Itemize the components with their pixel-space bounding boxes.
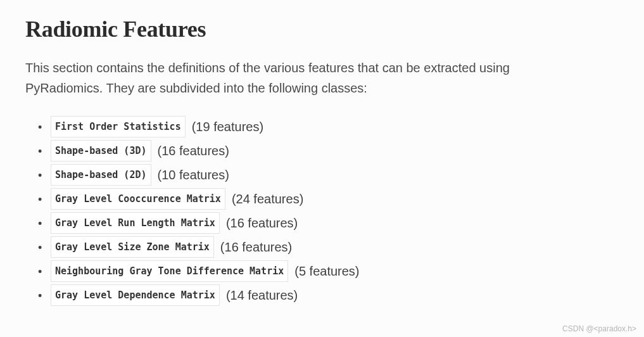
feature-count: (19 features) [192,117,263,137]
feature-name-code: Gray Level Dependence Matrix [51,284,220,306]
list-item: Gray Level Dependence Matrix (14 feature… [51,284,619,306]
list-item: Gray Level Run Length Matrix (16 feature… [51,212,619,234]
feature-count: (24 features) [232,189,303,209]
feature-name-code: Shape-based (3D) [51,140,151,162]
list-item: First Order Statistics (19 features) [51,116,619,137]
feature-name-code: Gray Level Size Zone Matrix [51,236,214,258]
feature-name-code: Gray Level Cooccurence Matrix [51,188,225,210]
feature-count: (5 features) [294,261,359,281]
feature-name-code: Shape-based (2D) [51,164,151,186]
feature-list: First Order Statistics (19 features) Sha… [25,116,619,306]
feature-count: (10 features) [158,165,229,185]
intro-paragraph: This section contains the definitions of… [25,58,583,98]
feature-count: (14 features) [226,285,298,305]
feature-name-code: First Order Statistics [51,116,186,137]
feature-count: (16 features) [220,237,292,257]
page-title: Radiomic Features [25,16,619,42]
list-item: Neighbouring Gray Tone Difference Matrix… [51,260,619,282]
feature-name-code: Gray Level Run Length Matrix [51,212,220,234]
feature-count: (16 features) [226,213,298,233]
list-item: Gray Level Size Zone Matrix (16 features… [51,236,619,258]
feature-count: (16 features) [158,141,229,161]
watermark: CSDN @<paradox.h> [562,324,636,333]
list-item: Shape-based (2D) (10 features) [51,164,619,186]
feature-name-code: Neighbouring Gray Tone Difference Matrix [51,260,288,282]
list-item: Shape-based (3D) (16 features) [51,140,619,162]
list-item: Gray Level Cooccurence Matrix (24 featur… [51,188,619,210]
